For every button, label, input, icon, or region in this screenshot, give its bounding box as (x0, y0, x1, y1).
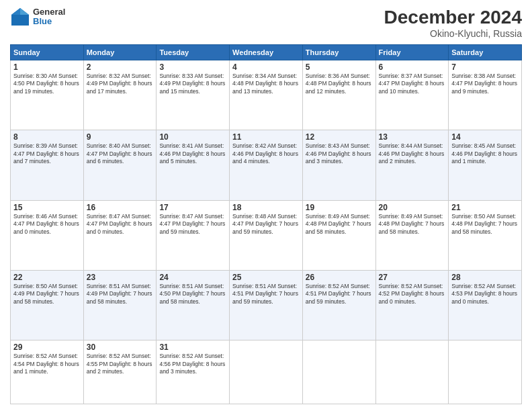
calendar-cell (375, 340, 449, 404)
calendar-cell: 4Sunrise: 8:34 AM Sunset: 4:48 PM Daylig… (230, 60, 303, 130)
logo-icon (10, 7, 30, 27)
calendar-cell: 16Sunrise: 8:47 AM Sunset: 4:47 PM Dayli… (83, 200, 157, 270)
calendar-cell: 11Sunrise: 8:42 AM Sunset: 4:46 PM Dayli… (230, 130, 303, 200)
location-subtitle: Okino-Klyuchi, Russia (384, 28, 522, 39)
calendar-cell: 29Sunrise: 8:52 AM Sunset: 4:54 PM Dayli… (11, 340, 84, 404)
day-number: 16 (87, 203, 154, 212)
calendar-cell: 25Sunrise: 8:51 AM Sunset: 4:51 PM Dayli… (230, 270, 303, 340)
day-number: 21 (451, 203, 519, 212)
day-info: Sunrise: 8:48 AM Sunset: 4:47 PM Dayligh… (232, 213, 300, 236)
day-info: Sunrise: 8:51 AM Sunset: 4:51 PM Dayligh… (232, 283, 300, 306)
day-info: Sunrise: 8:51 AM Sunset: 4:50 PM Dayligh… (159, 283, 226, 306)
calendar-cell: 27Sunrise: 8:52 AM Sunset: 4:52 PM Dayli… (375, 270, 449, 340)
day-number: 19 (306, 203, 373, 212)
logo-line2: Blue (33, 17, 65, 26)
day-number: 25 (232, 273, 300, 282)
calendar-cell (449, 340, 522, 404)
day-number: 8 (13, 132, 81, 142)
day-number: 23 (87, 273, 154, 282)
calendar-cell: 3Sunrise: 8:33 AM Sunset: 4:49 PM Daylig… (157, 60, 230, 130)
calendar-cell: 19Sunrise: 8:49 AM Sunset: 4:48 PM Dayli… (302, 200, 375, 270)
calendar-cell: 31Sunrise: 8:52 AM Sunset: 4:56 PM Dayli… (157, 340, 230, 404)
day-info: Sunrise: 8:47 AM Sunset: 4:47 PM Dayligh… (87, 213, 154, 236)
calendar-cell (230, 340, 303, 404)
day-number: 20 (379, 203, 446, 212)
day-number: 4 (232, 62, 300, 72)
day-info: Sunrise: 8:41 AM Sunset: 4:46 PM Dayligh… (159, 142, 226, 165)
col-header-saturday: Saturday (449, 45, 522, 60)
calendar-cell: 1Sunrise: 8:30 AM Sunset: 4:50 PM Daylig… (11, 60, 84, 130)
calendar-week-row: 22Sunrise: 8:50 AM Sunset: 4:49 PM Dayli… (11, 270, 522, 340)
col-header-wednesday: Wednesday (230, 45, 303, 60)
day-info: Sunrise: 8:32 AM Sunset: 4:49 PM Dayligh… (87, 73, 154, 95)
col-header-thursday: Thursday (302, 45, 375, 60)
day-number: 22 (13, 273, 81, 282)
header: General Blue December 2024 Okino-Klyuchi… (10, 7, 522, 39)
day-info: Sunrise: 8:34 AM Sunset: 4:48 PM Dayligh… (232, 73, 300, 95)
svg-marker-1 (20, 8, 29, 15)
day-number: 7 (451, 62, 519, 72)
day-info: Sunrise: 8:44 AM Sunset: 4:46 PM Dayligh… (379, 142, 446, 165)
calendar-cell: 9Sunrise: 8:40 AM Sunset: 4:47 PM Daylig… (83, 130, 157, 200)
calendar-cell: 26Sunrise: 8:52 AM Sunset: 4:51 PM Dayli… (302, 270, 375, 340)
logo: General Blue (10, 7, 65, 27)
calendar-week-row: 8Sunrise: 8:39 AM Sunset: 4:47 PM Daylig… (11, 130, 522, 200)
day-number: 29 (13, 342, 81, 352)
day-number: 28 (451, 273, 519, 282)
col-header-tuesday: Tuesday (157, 45, 230, 60)
day-number: 24 (159, 273, 226, 282)
day-info: Sunrise: 8:42 AM Sunset: 4:46 PM Dayligh… (232, 142, 300, 165)
day-info: Sunrise: 8:52 AM Sunset: 4:54 PM Dayligh… (13, 353, 81, 375)
month-title: December 2024 (384, 7, 522, 28)
day-number: 13 (379, 132, 446, 142)
calendar-cell: 24Sunrise: 8:51 AM Sunset: 4:50 PM Dayli… (157, 270, 230, 340)
calendar-week-row: 29Sunrise: 8:52 AM Sunset: 4:54 PM Dayli… (11, 340, 522, 404)
calendar-header-row: SundayMondayTuesdayWednesdayThursdayFrid… (11, 45, 522, 60)
calendar-cell: 8Sunrise: 8:39 AM Sunset: 4:47 PM Daylig… (11, 130, 84, 200)
day-number: 10 (159, 132, 226, 142)
day-info: Sunrise: 8:49 AM Sunset: 4:48 PM Dayligh… (306, 213, 373, 236)
logo-text: General Blue (33, 7, 65, 27)
logo-line1: General (33, 7, 65, 17)
day-info: Sunrise: 8:51 AM Sunset: 4:49 PM Dayligh… (87, 283, 154, 306)
day-number: 26 (306, 273, 373, 282)
day-number: 12 (306, 132, 373, 142)
day-info: Sunrise: 8:46 AM Sunset: 4:47 PM Dayligh… (13, 213, 81, 236)
calendar-cell: 6Sunrise: 8:37 AM Sunset: 4:47 PM Daylig… (375, 60, 449, 130)
calendar-cell: 28Sunrise: 8:52 AM Sunset: 4:53 PM Dayli… (449, 270, 522, 340)
calendar-week-row: 15Sunrise: 8:46 AM Sunset: 4:47 PM Dayli… (11, 200, 522, 270)
col-header-friday: Friday (375, 45, 449, 60)
calendar-cell: 18Sunrise: 8:48 AM Sunset: 4:47 PM Dayli… (230, 200, 303, 270)
day-number: 14 (451, 132, 519, 142)
day-number: 27 (379, 273, 446, 282)
page: General Blue December 2024 Okino-Klyuchi… (0, 0, 532, 411)
calendar-cell: 17Sunrise: 8:47 AM Sunset: 4:47 PM Dayli… (157, 200, 230, 270)
calendar-cell (302, 340, 375, 404)
day-info: Sunrise: 8:50 AM Sunset: 4:49 PM Dayligh… (13, 283, 81, 306)
calendar-cell: 23Sunrise: 8:51 AM Sunset: 4:49 PM Dayli… (83, 270, 157, 340)
day-info: Sunrise: 8:33 AM Sunset: 4:49 PM Dayligh… (159, 73, 226, 95)
day-info: Sunrise: 8:50 AM Sunset: 4:48 PM Dayligh… (451, 213, 519, 236)
calendar-cell: 2Sunrise: 8:32 AM Sunset: 4:49 PM Daylig… (83, 60, 157, 130)
day-number: 9 (87, 132, 154, 142)
day-info: Sunrise: 8:38 AM Sunset: 4:47 PM Dayligh… (451, 73, 519, 95)
calendar-cell: 14Sunrise: 8:45 AM Sunset: 4:46 PM Dayli… (449, 130, 522, 200)
day-number: 3 (159, 62, 226, 72)
day-info: Sunrise: 8:45 AM Sunset: 4:46 PM Dayligh… (451, 142, 519, 165)
calendar-table: SundayMondayTuesdayWednesdayThursdayFrid… (10, 44, 522, 404)
day-info: Sunrise: 8:52 AM Sunset: 4:56 PM Dayligh… (159, 353, 226, 375)
col-header-sunday: Sunday (11, 45, 84, 60)
calendar-cell: 15Sunrise: 8:46 AM Sunset: 4:47 PM Dayli… (11, 200, 84, 270)
day-number: 11 (232, 132, 300, 142)
day-info: Sunrise: 8:52 AM Sunset: 4:51 PM Dayligh… (306, 283, 373, 306)
day-info: Sunrise: 8:30 AM Sunset: 4:50 PM Dayligh… (13, 73, 81, 95)
day-number: 18 (232, 203, 300, 212)
day-number: 30 (87, 342, 154, 352)
day-info: Sunrise: 8:52 AM Sunset: 4:52 PM Dayligh… (379, 283, 446, 306)
day-info: Sunrise: 8:47 AM Sunset: 4:47 PM Dayligh… (159, 213, 226, 236)
day-info: Sunrise: 8:52 AM Sunset: 4:53 PM Dayligh… (451, 283, 519, 306)
calendar-cell: 12Sunrise: 8:43 AM Sunset: 4:46 PM Dayli… (302, 130, 375, 200)
day-info: Sunrise: 8:40 AM Sunset: 4:47 PM Dayligh… (87, 142, 154, 165)
calendar-cell: 7Sunrise: 8:38 AM Sunset: 4:47 PM Daylig… (449, 60, 522, 130)
day-info: Sunrise: 8:37 AM Sunset: 4:47 PM Dayligh… (379, 73, 446, 95)
